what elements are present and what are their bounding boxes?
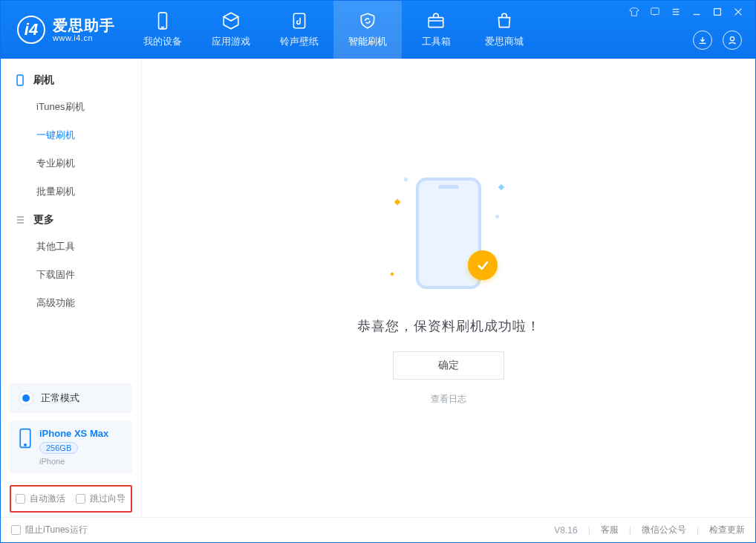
sidebar-item-itunes[interactable]: iTunes刷机 <box>1 93 141 121</box>
main-content: 恭喜您，保资料刷机成功啦！ 确定 查看日志 <box>142 59 755 517</box>
phone-icon <box>153 11 172 30</box>
checkbox-icon[interactable] <box>76 494 85 504</box>
minimize-icon[interactable] <box>691 7 702 17</box>
svg-rect-9 <box>714 9 721 16</box>
checkbox-icon[interactable] <box>16 494 25 504</box>
footer-link-wechat[interactable]: 微信公众号 <box>642 524 686 536</box>
footer-link-support[interactable]: 客服 <box>601 524 619 536</box>
tab-flash[interactable]: 智能刷机 <box>333 1 402 59</box>
svg-rect-3 <box>428 18 443 27</box>
footer-link-update[interactable]: 检查更新 <box>709 524 745 536</box>
shield-refresh-icon <box>358 11 377 30</box>
version-label: V8.16 <box>554 525 577 536</box>
phone-small-icon <box>14 74 26 86</box>
sidebar-item-batch[interactable]: 批量刷机 <box>1 178 141 206</box>
tab-label: 工具箱 <box>422 35 451 48</box>
svg-rect-13 <box>17 75 23 85</box>
maximize-icon[interactable] <box>712 7 723 17</box>
music-file-icon <box>290 11 309 30</box>
flash-options-highlight: 自动激活 跳过向导 <box>10 485 132 513</box>
titlebar: i4 爱思助手 www.i4.cn 我的设备 应用游戏 铃声壁纸 智能刷机 <box>1 1 755 59</box>
account-icon[interactable] <box>723 30 742 50</box>
tab-ringtones[interactable]: 铃声壁纸 <box>265 1 333 59</box>
device-type: iPhone <box>39 457 108 466</box>
bag-icon <box>495 11 514 30</box>
tab-label: 铃声壁纸 <box>280 35 319 48</box>
tab-label: 我的设备 <box>143 35 182 48</box>
sidebar-group-title: 刷机 <box>33 74 54 87</box>
option-label: 跳过向导 <box>90 492 126 505</box>
checkbox-icon[interactable] <box>11 525 21 535</box>
sidebar-item-other[interactable]: 其他工具 <box>1 233 141 261</box>
sidebar-group-more: 更多 <box>1 206 141 233</box>
checkmark-badge-icon <box>468 250 498 280</box>
app-window: i4 爱思助手 www.i4.cn 我的设备 应用游戏 铃声壁纸 智能刷机 <box>0 0 756 543</box>
body: 刷机 iTunes刷机 一键刷机 专业刷机 批量刷机 更多 其他工具 下载固件 … <box>1 59 755 517</box>
option-skip-guide[interactable]: 跳过向导 <box>76 492 126 505</box>
mode-dot-icon <box>19 391 33 406</box>
svg-point-12 <box>730 37 734 41</box>
success-message: 恭喜您，保资料刷机成功啦！ <box>357 317 541 335</box>
device-capacity: 256GB <box>39 442 78 454</box>
tshirt-icon[interactable] <box>629 7 639 17</box>
window-controls <box>629 1 748 17</box>
option-block-itunes[interactable]: 阻止iTunes运行 <box>11 524 88 536</box>
tab-store[interactable]: 爱思商城 <box>470 1 538 59</box>
option-label: 自动激活 <box>30 492 65 505</box>
tab-label: 应用游戏 <box>212 35 250 48</box>
sidebar-item-firmware[interactable]: 下载固件 <box>1 261 141 289</box>
svg-rect-4 <box>651 8 659 15</box>
sparkle-icon <box>498 184 504 190</box>
logo[interactable]: i4 爱思助手 www.i4.cn <box>1 1 128 59</box>
cube-icon <box>221 11 241 30</box>
ok-button[interactable]: 确定 <box>393 351 504 380</box>
feedback-icon[interactable] <box>650 7 660 17</box>
sparkle-icon <box>390 272 394 276</box>
sidebar: 刷机 iTunes刷机 一键刷机 专业刷机 批量刷机 更多 其他工具 下载固件 … <box>1 59 142 517</box>
device-mode-label: 正常模式 <box>41 391 79 405</box>
sidebar-group-title: 更多 <box>33 213 54 227</box>
dot-icon <box>404 178 408 181</box>
app-site: www.i4.cn <box>53 33 115 42</box>
close-icon[interactable] <box>733 7 743 17</box>
app-name: 爱思助手 <box>53 17 115 33</box>
device-card[interactable]: iPhone XS Max 256GB iPhone <box>10 420 132 473</box>
sparkle-icon <box>394 199 400 205</box>
tab-label: 爱思商城 <box>485 35 524 48</box>
device-mode-card[interactable]: 正常模式 <box>10 383 132 413</box>
success-illustration <box>389 170 508 296</box>
svg-point-18 <box>25 444 26 446</box>
toolbox-icon <box>426 11 446 30</box>
view-log-link[interactable]: 查看日志 <box>431 393 466 406</box>
logo-icon: i4 <box>17 16 45 44</box>
download-manager-icon[interactable] <box>693 30 712 50</box>
tab-device[interactable]: 我的设备 <box>128 1 197 59</box>
statusbar: 阻止iTunes运行 V8.16 | 客服 | 微信公众号 | 检查更新 <box>1 517 755 542</box>
menu-icon[interactable] <box>671 7 681 17</box>
svg-rect-2 <box>293 13 304 28</box>
sidebar-item-onekey[interactable]: 一键刷机 <box>1 121 141 149</box>
dot-icon <box>495 215 499 218</box>
svg-rect-0 <box>159 13 167 29</box>
option-label: 阻止iTunes运行 <box>25 524 88 536</box>
device-name: iPhone XS Max <box>39 428 108 439</box>
nav-tabs: 我的设备 应用游戏 铃声壁纸 智能刷机 工具箱 爱思商城 <box>128 1 538 59</box>
sidebar-item-advanced[interactable]: 高级功能 <box>1 289 141 317</box>
list-icon <box>14 214 26 226</box>
tab-toolbox[interactable]: 工具箱 <box>402 1 470 59</box>
device-phone-icon <box>19 428 32 449</box>
tab-label: 智能刷机 <box>348 35 387 48</box>
sidebar-group-flash: 刷机 <box>1 66 141 93</box>
sidebar-item-pro[interactable]: 专业刷机 <box>1 149 141 178</box>
tab-apps[interactable]: 应用游戏 <box>197 1 265 59</box>
option-auto-activate[interactable]: 自动激活 <box>16 492 65 505</box>
device-panel: 正常模式 iPhone XS Max 256GB iPhone <box>1 377 141 485</box>
